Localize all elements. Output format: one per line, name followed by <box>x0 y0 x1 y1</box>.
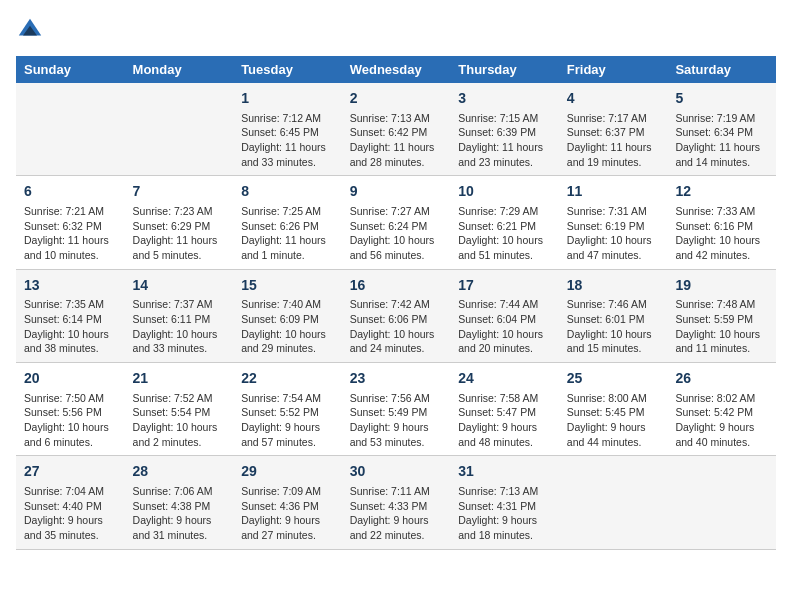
day-info: Sunrise: 7:13 AMSunset: 6:42 PMDaylight:… <box>350 111 443 170</box>
calendar-cell: 28Sunrise: 7:06 AMSunset: 4:38 PMDayligh… <box>125 456 234 549</box>
calendar-cell: 25Sunrise: 8:00 AMSunset: 5:45 PMDayligh… <box>559 363 668 456</box>
calendar-cell: 4Sunrise: 7:17 AMSunset: 6:37 PMDaylight… <box>559 83 668 176</box>
day-number: 22 <box>241 369 334 389</box>
day-number: 9 <box>350 182 443 202</box>
calendar-cell <box>559 456 668 549</box>
calendar-cell: 23Sunrise: 7:56 AMSunset: 5:49 PMDayligh… <box>342 363 451 456</box>
day-number: 15 <box>241 276 334 296</box>
day-info: Sunrise: 7:54 AMSunset: 5:52 PMDaylight:… <box>241 391 334 450</box>
logo-icon <box>16 16 44 44</box>
day-number: 30 <box>350 462 443 482</box>
calendar-cell: 19Sunrise: 7:48 AMSunset: 5:59 PMDayligh… <box>667 269 776 362</box>
day-header-wednesday: Wednesday <box>342 56 451 83</box>
day-number: 17 <box>458 276 551 296</box>
day-number: 27 <box>24 462 117 482</box>
week-row-1: 1Sunrise: 7:12 AMSunset: 6:45 PMDaylight… <box>16 83 776 176</box>
day-info: Sunrise: 7:46 AMSunset: 6:01 PMDaylight:… <box>567 297 660 356</box>
day-info: Sunrise: 7:52 AMSunset: 5:54 PMDaylight:… <box>133 391 226 450</box>
calendar-cell: 31Sunrise: 7:13 AMSunset: 4:31 PMDayligh… <box>450 456 559 549</box>
calendar-cell: 7Sunrise: 7:23 AMSunset: 6:29 PMDaylight… <box>125 176 234 269</box>
calendar-cell: 27Sunrise: 7:04 AMSunset: 4:40 PMDayligh… <box>16 456 125 549</box>
day-info: Sunrise: 7:42 AMSunset: 6:06 PMDaylight:… <box>350 297 443 356</box>
calendar-cell: 20Sunrise: 7:50 AMSunset: 5:56 PMDayligh… <box>16 363 125 456</box>
day-info: Sunrise: 7:12 AMSunset: 6:45 PMDaylight:… <box>241 111 334 170</box>
calendar-cell <box>16 83 125 176</box>
day-header-thursday: Thursday <box>450 56 559 83</box>
calendar-cell: 5Sunrise: 7:19 AMSunset: 6:34 PMDaylight… <box>667 83 776 176</box>
day-number: 31 <box>458 462 551 482</box>
calendar-cell: 26Sunrise: 8:02 AMSunset: 5:42 PMDayligh… <box>667 363 776 456</box>
calendar-cell: 11Sunrise: 7:31 AMSunset: 6:19 PMDayligh… <box>559 176 668 269</box>
calendar-cell: 24Sunrise: 7:58 AMSunset: 5:47 PMDayligh… <box>450 363 559 456</box>
day-info: Sunrise: 7:40 AMSunset: 6:09 PMDaylight:… <box>241 297 334 356</box>
calendar-cell: 15Sunrise: 7:40 AMSunset: 6:09 PMDayligh… <box>233 269 342 362</box>
day-info: Sunrise: 7:37 AMSunset: 6:11 PMDaylight:… <box>133 297 226 356</box>
day-info: Sunrise: 7:56 AMSunset: 5:49 PMDaylight:… <box>350 391 443 450</box>
day-number: 3 <box>458 89 551 109</box>
week-row-2: 6Sunrise: 7:21 AMSunset: 6:32 PMDaylight… <box>16 176 776 269</box>
day-info: Sunrise: 7:15 AMSunset: 6:39 PMDaylight:… <box>458 111 551 170</box>
logo <box>16 16 48 44</box>
day-number: 14 <box>133 276 226 296</box>
day-number: 1 <box>241 89 334 109</box>
calendar-cell: 21Sunrise: 7:52 AMSunset: 5:54 PMDayligh… <box>125 363 234 456</box>
calendar-cell: 17Sunrise: 7:44 AMSunset: 6:04 PMDayligh… <box>450 269 559 362</box>
day-number: 16 <box>350 276 443 296</box>
day-info: Sunrise: 7:06 AMSunset: 4:38 PMDaylight:… <box>133 484 226 543</box>
day-header-sunday: Sunday <box>16 56 125 83</box>
day-number: 19 <box>675 276 768 296</box>
day-number: 7 <box>133 182 226 202</box>
day-info: Sunrise: 7:48 AMSunset: 5:59 PMDaylight:… <box>675 297 768 356</box>
header <box>16 16 776 44</box>
calendar-cell: 13Sunrise: 7:35 AMSunset: 6:14 PMDayligh… <box>16 269 125 362</box>
calendar-cell: 10Sunrise: 7:29 AMSunset: 6:21 PMDayligh… <box>450 176 559 269</box>
day-info: Sunrise: 7:58 AMSunset: 5:47 PMDaylight:… <box>458 391 551 450</box>
day-info: Sunrise: 7:17 AMSunset: 6:37 PMDaylight:… <box>567 111 660 170</box>
day-number: 2 <box>350 89 443 109</box>
day-number: 25 <box>567 369 660 389</box>
day-info: Sunrise: 7:21 AMSunset: 6:32 PMDaylight:… <box>24 204 117 263</box>
week-row-3: 13Sunrise: 7:35 AMSunset: 6:14 PMDayligh… <box>16 269 776 362</box>
calendar-cell: 18Sunrise: 7:46 AMSunset: 6:01 PMDayligh… <box>559 269 668 362</box>
day-info: Sunrise: 7:09 AMSunset: 4:36 PMDaylight:… <box>241 484 334 543</box>
calendar-cell: 16Sunrise: 7:42 AMSunset: 6:06 PMDayligh… <box>342 269 451 362</box>
calendar-cell: 30Sunrise: 7:11 AMSunset: 4:33 PMDayligh… <box>342 456 451 549</box>
calendar-table: SundayMondayTuesdayWednesdayThursdayFrid… <box>16 56 776 550</box>
day-header-saturday: Saturday <box>667 56 776 83</box>
day-number: 23 <box>350 369 443 389</box>
calendar-cell: 12Sunrise: 7:33 AMSunset: 6:16 PMDayligh… <box>667 176 776 269</box>
calendar-cell: 14Sunrise: 7:37 AMSunset: 6:11 PMDayligh… <box>125 269 234 362</box>
day-info: Sunrise: 7:35 AMSunset: 6:14 PMDaylight:… <box>24 297 117 356</box>
day-info: Sunrise: 7:50 AMSunset: 5:56 PMDaylight:… <box>24 391 117 450</box>
day-info: Sunrise: 7:44 AMSunset: 6:04 PMDaylight:… <box>458 297 551 356</box>
calendar-cell: 2Sunrise: 7:13 AMSunset: 6:42 PMDaylight… <box>342 83 451 176</box>
day-number: 4 <box>567 89 660 109</box>
day-info: Sunrise: 7:19 AMSunset: 6:34 PMDaylight:… <box>675 111 768 170</box>
calendar-cell <box>667 456 776 549</box>
day-info: Sunrise: 7:23 AMSunset: 6:29 PMDaylight:… <box>133 204 226 263</box>
day-info: Sunrise: 7:27 AMSunset: 6:24 PMDaylight:… <box>350 204 443 263</box>
calendar-cell: 6Sunrise: 7:21 AMSunset: 6:32 PMDaylight… <box>16 176 125 269</box>
day-info: Sunrise: 8:00 AMSunset: 5:45 PMDaylight:… <box>567 391 660 450</box>
day-number: 6 <box>24 182 117 202</box>
calendar-cell: 29Sunrise: 7:09 AMSunset: 4:36 PMDayligh… <box>233 456 342 549</box>
day-header-monday: Monday <box>125 56 234 83</box>
day-number: 28 <box>133 462 226 482</box>
week-row-4: 20Sunrise: 7:50 AMSunset: 5:56 PMDayligh… <box>16 363 776 456</box>
day-number: 8 <box>241 182 334 202</box>
calendar-cell: 3Sunrise: 7:15 AMSunset: 6:39 PMDaylight… <box>450 83 559 176</box>
day-number: 20 <box>24 369 117 389</box>
calendar-cell: 22Sunrise: 7:54 AMSunset: 5:52 PMDayligh… <box>233 363 342 456</box>
day-info: Sunrise: 8:02 AMSunset: 5:42 PMDaylight:… <box>675 391 768 450</box>
calendar-cell: 9Sunrise: 7:27 AMSunset: 6:24 PMDaylight… <box>342 176 451 269</box>
day-header-tuesday: Tuesday <box>233 56 342 83</box>
day-number: 29 <box>241 462 334 482</box>
day-number: 13 <box>24 276 117 296</box>
day-info: Sunrise: 7:13 AMSunset: 4:31 PMDaylight:… <box>458 484 551 543</box>
day-number: 21 <box>133 369 226 389</box>
day-number: 12 <box>675 182 768 202</box>
day-info: Sunrise: 7:25 AMSunset: 6:26 PMDaylight:… <box>241 204 334 263</box>
day-info: Sunrise: 7:11 AMSunset: 4:33 PMDaylight:… <box>350 484 443 543</box>
day-number: 5 <box>675 89 768 109</box>
calendar-cell <box>125 83 234 176</box>
